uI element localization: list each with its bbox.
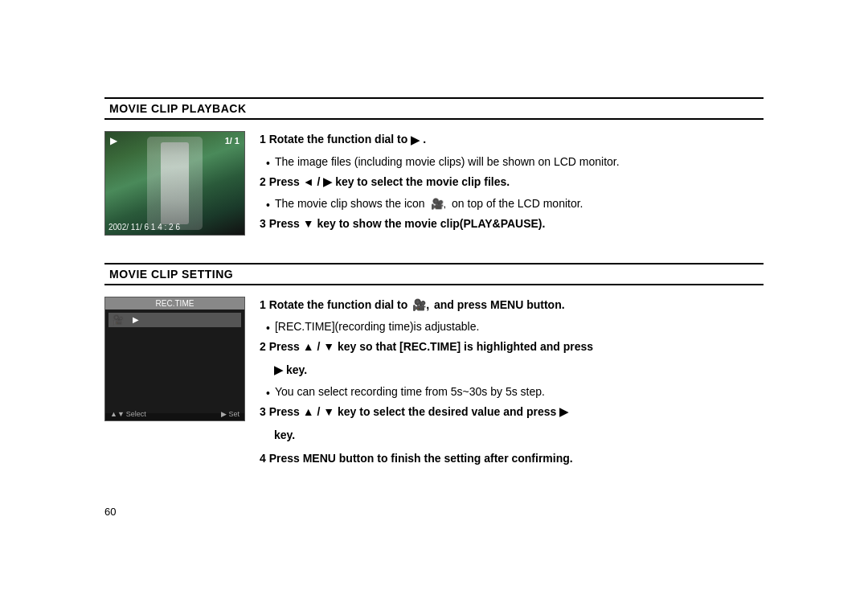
page-number: 60: [104, 506, 764, 518]
setting-step4: 4 Press MENU button to finish the settin…: [260, 450, 764, 467]
setting-bullet1: • [REC.TIME](recording time)is adjustabl…: [266, 320, 764, 334]
setting-step2: 2 Press ▲ / ▼ key so that [REC.TIME] is …: [260, 338, 764, 355]
step1-text: 1 Rotate the function dial to ▶ .: [260, 133, 426, 146]
page-container: MOVIE CLIP PLAYBACK ▶ 1/ 1 2002/ 11/ 6 1…: [88, 73, 780, 542]
step2-bullet: • The movie clip shows the icon 🎥, on to…: [266, 197, 764, 211]
section-playback-header: MOVIE CLIP PLAYBACK: [104, 97, 764, 120]
section-setting-header: MOVIE CLIP SETTING: [104, 263, 764, 285]
bullet1-text: The image files (including movie clips) …: [275, 155, 620, 170]
footer-select-icon: ▲▼: [110, 410, 125, 418]
step3-text: 3 Press ▼ key to show the movie clip(PLA…: [260, 217, 545, 230]
step1-icon: ▶: [411, 132, 420, 149]
thumb-play-icon: ▶: [110, 135, 117, 146]
menu-footer: ▲▼ Select ▶ Set: [105, 410, 244, 418]
menu-footer-set: ▶ Set: [221, 410, 240, 418]
menu-footer-select: ▲▼ Select: [110, 410, 146, 418]
setting-bullet2-text: You can select recording time from 5s~30…: [275, 385, 545, 400]
playback-steps: 1 Rotate the function dial to ▶ . • The …: [260, 131, 764, 239]
footer-select-label: Select: [126, 410, 146, 418]
step2: 2 Press ◄ / ▶ key to select the movie cl…: [260, 174, 764, 191]
thumb-counter: 1/ 1: [225, 136, 240, 146]
setting-step2b: ▶ key.: [274, 362, 764, 379]
section-setting: MOVIE CLIP SETTING REC.TIME 🎥 ▶ ▲▼ Selec…: [104, 263, 764, 474]
menu-header: REC.TIME: [105, 297, 244, 310]
setting-step4-text: 4 Press MENU button to finish the settin…: [260, 452, 573, 465]
section-playback-content: ▶ 1/ 1 2002/ 11/ 6 1 4 : 2 6 1 Rotate th…: [104, 131, 764, 239]
waterfall-image: [105, 132, 244, 235]
menu-row-arrow: ▶: [133, 315, 139, 324]
thumb-date: 2002/ 11/ 6 1 4 : 2 6: [108, 223, 180, 232]
step2-text: 2 Press ◄ / ▶ key to select the movie cl…: [260, 175, 510, 188]
setting-steps: 1 Rotate the function dial to 🎥, and pre…: [260, 297, 764, 474]
footer-set-label: Set: [228, 410, 240, 418]
step3: 3 Press ▼ key to show the movie clip(PLA…: [260, 215, 764, 232]
setting-step2b-text: ▶ key.: [274, 363, 307, 376]
thumb-overlay: ▶ 1/ 1: [105, 135, 244, 146]
setting-bullet-dot-2: •: [266, 387, 270, 400]
playback-thumbnail: ▶ 1/ 1 2002/ 11/ 6 1 4 : 2 6: [104, 131, 245, 236]
footer-set-icon: ▶: [221, 410, 227, 418]
setting-step1-text: 1 Rotate the function dial to 🎥, and pre…: [260, 298, 565, 311]
setting-step3: 3 Press ▲ / ▼ key to select the desired …: [260, 404, 764, 420]
menu-movie-icon: 🎥: [112, 314, 128, 326]
setting-step3b-text: key.: [274, 428, 295, 441]
setting-step3-text: 3 Press ▲ / ▼ key to select the desired …: [260, 405, 568, 418]
bullet-dot-1: •: [266, 157, 270, 170]
setting-bullet1-text: [REC.TIME](recording time)is adjustable.: [275, 320, 479, 334]
movie-clip-icon: 🎥,: [431, 198, 447, 210]
setting-bullet2: • You can select recording time from 5s~…: [266, 385, 764, 400]
step1-bullet: • The image files (including movie clips…: [266, 155, 764, 170]
section-playback: MOVIE CLIP PLAYBACK ▶ 1/ 1 2002/ 11/ 6 1…: [104, 97, 764, 239]
setting-thumbnail: REC.TIME 🎥 ▶ ▲▼ Select ▶ Set: [104, 297, 245, 421]
menu-body: 🎥 ▶: [105, 310, 244, 413]
setting-step3b: key.: [274, 427, 764, 444]
setting-bullet-dot-1: •: [266, 322, 270, 334]
setting-step1: 1 Rotate the function dial to 🎥, and pre…: [260, 297, 764, 314]
step1: 1 Rotate the function dial to ▶ .: [260, 131, 764, 149]
setting-step1-icon: 🎥,: [412, 298, 429, 311]
bullet2-text: The movie clip shows the icon 🎥, on top …: [275, 197, 583, 211]
menu-spacer: [108, 327, 241, 410]
setting-step2-text: 2 Press ▲ / ▼ key so that [REC.TIME] is …: [260, 340, 593, 353]
bullet-dot-2: •: [266, 199, 270, 211]
menu-row-1: 🎥 ▶: [108, 313, 241, 327]
section-setting-content: REC.TIME 🎥 ▶ ▲▼ Select ▶ Set: [104, 297, 764, 474]
